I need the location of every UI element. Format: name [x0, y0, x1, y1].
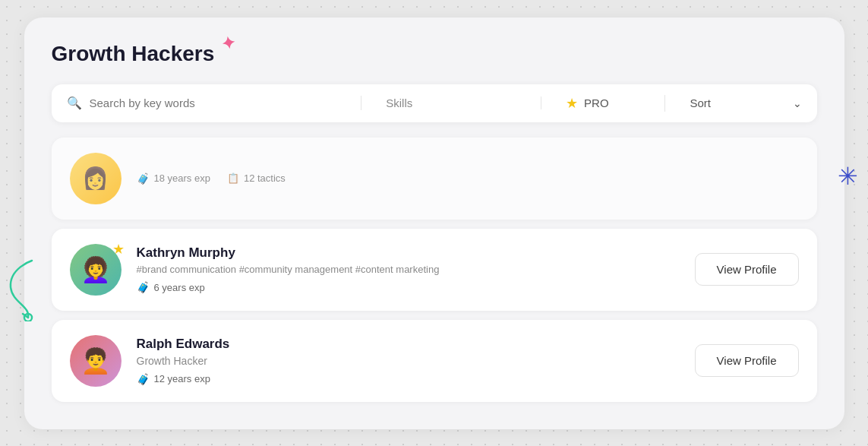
search-bar: 🔍 Skills ★ PRO Sort ⌄ — [52, 84, 817, 122]
pro-label: PRO — [584, 96, 609, 109]
kathryn-briefcase-icon: 🧳 — [137, 281, 150, 293]
profile-card-kathryn: 👩‍🦱 ★ Kathryn Murphy #brand communicatio… — [52, 229, 817, 311]
ralph-exp: 12 years exp — [154, 373, 210, 384]
kathryn-name: Kathryn Murphy — [137, 245, 680, 261]
partial-exp: 18 years exp — [154, 172, 210, 184]
partial-profile-info: 🧳 18 years exp 📋 12 tactics — [137, 172, 799, 185]
briefcase-icon: 🧳 — [137, 172, 150, 185]
main-card: ✳ Growth Hackers ✦ 🔍 Skills ★ PRO Sort ⌄ — [24, 17, 844, 429]
partial-profile-meta: 🧳 18 years exp 📋 12 tactics — [137, 172, 799, 185]
search-icon: 🔍 — [67, 96, 82, 110]
search-wrapper[interactable]: 🔍 — [67, 96, 362, 110]
ralph-avatar: 🧑‍🦱 — [70, 335, 122, 387]
partial-tactics: 12 tactics — [244, 172, 286, 184]
page-title: Growth Hackers ✦ — [52, 42, 215, 66]
header: Growth Hackers ✦ — [52, 42, 817, 66]
kathryn-meta: 🧳 6 years exp — [137, 281, 680, 293]
kathryn-tags: #brand communication #community manageme… — [137, 264, 680, 275]
kathryn-info: Kathryn Murphy #brand communication #com… — [137, 245, 680, 293]
sort-dropdown[interactable]: Sort ⌄ — [674, 96, 801, 109]
sort-label: Sort — [690, 96, 711, 109]
ralph-info: Ralph Edwards Growth Hacker 🧳 12 years e… — [137, 337, 680, 385]
profile-card-ralph: 🧑‍🦱 Ralph Edwards Growth Hacker 🧳 12 yea… — [52, 320, 817, 402]
profiles-list: 👩 🧳 18 years exp 📋 12 tactics 👩‍🦱 ★ — [52, 138, 817, 402]
ralph-subtitle: Growth Hacker — [137, 355, 680, 367]
skills-filter[interactable]: Skills — [371, 96, 541, 109]
pro-star-icon: ★ — [566, 95, 578, 112]
ralph-name: Ralph Edwards — [137, 337, 680, 352]
partial-avatar-wrapper: 👩 — [70, 153, 122, 204]
kathryn-avatar-wrapper: 👩‍🦱 ★ — [70, 244, 122, 296]
title-decoration: ✦ — [220, 33, 237, 55]
partial-avatar: 👩 — [70, 153, 122, 204]
ralph-avatar-wrapper: 🧑‍🦱 — [70, 335, 122, 387]
chevron-down-icon: ⌄ — [793, 97, 802, 109]
asterisk-decoration: ✳ — [838, 162, 858, 191]
pro-filter[interactable]: ★ PRO — [551, 95, 665, 112]
kathryn-exp: 6 years exp — [154, 282, 205, 293]
view-profile-button-kathryn[interactable]: View Profile — [695, 253, 799, 286]
view-profile-button-ralph[interactable]: View Profile — [695, 344, 799, 377]
kathryn-pro-star-icon: ★ — [112, 241, 125, 258]
partial-profile-card: 👩 🧳 18 years exp 📋 12 tactics — [52, 138, 817, 220]
ralph-meta: 🧳 12 years exp — [137, 373, 680, 385]
search-input[interactable] — [90, 96, 346, 109]
ralph-briefcase-icon: 🧳 — [137, 373, 150, 385]
swirl-decoration — [2, 253, 43, 321]
